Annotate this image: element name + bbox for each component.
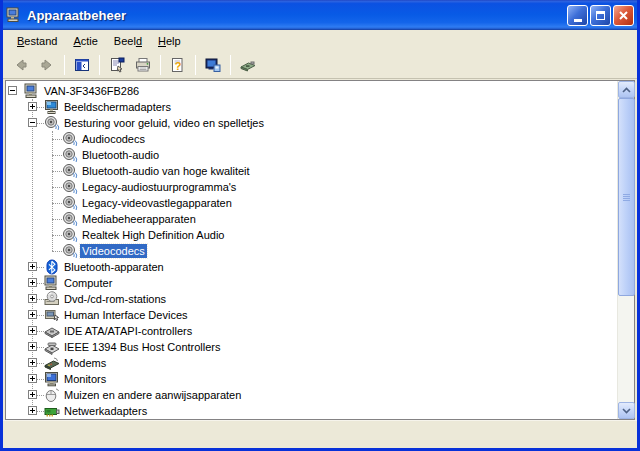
back-button[interactable]: [9, 54, 33, 77]
tree-item-audiocodecs[interactable]: Audiocodecs: [6, 131, 617, 147]
tree-item-label[interactable]: Videocodecs: [80, 244, 147, 258]
scroll-up-button[interactable]: [618, 81, 635, 98]
tree-item-dvd-cd-rom-stations[interactable]: Dvd-/cd-rom-stations: [6, 291, 617, 307]
tree-item-label[interactable]: Computer: [62, 276, 114, 290]
tree-item-label[interactable]: IDE ATA/ATAPI-controllers: [62, 324, 194, 338]
tree-item-label[interactable]: Beeldschermadapters: [62, 100, 173, 114]
tree-connector-line: [52, 235, 62, 236]
tree-item-netwerkadapters[interactable]: Netwerkadapters: [6, 403, 617, 419]
speaker-icon: [62, 195, 78, 211]
menu-bestand[interactable]: Bestand: [9, 32, 65, 50]
tree-item-legacy-audiostuurprogramma-s[interactable]: Legacy-audiostuurprogramma's: [6, 179, 617, 195]
expand-expander[interactable]: [28, 358, 37, 367]
tree-item-monitors[interactable]: Monitors: [6, 371, 617, 387]
update-driver-button[interactable]: [201, 54, 225, 77]
help-button[interactable]: ?: [166, 54, 190, 77]
tree-item-label[interactable]: Bluetooth-audio van hoge kwaliteit: [80, 164, 252, 178]
tree-item-label[interactable]: Audiocodecs: [80, 132, 147, 146]
tree-item-label[interactable]: Modems: [62, 356, 108, 370]
tree-item-label[interactable]: VAN-3F3436FB286: [42, 84, 141, 98]
tree-item-label[interactable]: Mediabeheerapparaten: [80, 212, 198, 226]
properties-button[interactable]: [105, 54, 129, 77]
scroll-down-button[interactable]: [618, 402, 635, 419]
tree-item-bluetooth-audio[interactable]: Bluetooth-audio: [6, 147, 617, 163]
maximize-button[interactable]: [590, 5, 611, 26]
tree-item-label[interactable]: Besturing voor geluid, video en spelletj…: [62, 116, 266, 130]
tree-item-label[interactable]: Human Interface Devices: [62, 308, 190, 322]
speaker-icon: [62, 179, 78, 195]
tree-item-beeldschermadapters[interactable]: Beeldschermadapters: [6, 99, 617, 115]
window-title: Apparaatbeheer: [27, 8, 567, 23]
tree-item-muizen-en-andere-aanwijsapparaten[interactable]: Muizen en andere aanwijsapparaten: [6, 387, 617, 403]
computer-icon: [24, 83, 40, 99]
minimize-icon: [574, 19, 582, 22]
tree-item-label[interactable]: Monitors: [62, 372, 108, 386]
tree-item-label[interactable]: Bluetooth-apparaten: [62, 260, 166, 274]
print-button[interactable]: [131, 54, 155, 77]
maximize-icon: [596, 11, 605, 20]
tree-item-label[interactable]: Netwerkadapters: [62, 404, 149, 418]
menu-beeld[interactable]: Beeld: [106, 32, 150, 50]
collapse-expander[interactable]: [28, 118, 37, 127]
expand-expander[interactable]: [28, 278, 37, 287]
tree-item-label[interactable]: IEEE 1394 Bus Host Controllers: [62, 340, 223, 354]
speaker-icon: [62, 147, 78, 163]
content-area: VAN-3F3436FB286BeeldschermadaptersBestur…: [5, 80, 635, 420]
tree-item-label[interactable]: Legacy-videovastlegapparaten: [80, 196, 234, 210]
scan-hardware-icon: [240, 57, 256, 73]
tree-item-label[interactable]: Dvd-/cd-rom-stations: [62, 292, 168, 306]
scan-hardware-button[interactable]: [236, 54, 260, 77]
tree-item-mediabeheerapparaten[interactable]: Mediabeheerapparaten: [6, 211, 617, 227]
expand-expander[interactable]: [28, 390, 37, 399]
forward-icon: [39, 57, 55, 73]
expand-expander[interactable]: [28, 262, 37, 271]
collapse-expander[interactable]: [8, 86, 17, 95]
tree-item-legacy-videovastlegapparaten[interactable]: Legacy-videovastlegapparaten: [6, 195, 617, 211]
tree-item-modems[interactable]: Modems: [6, 355, 617, 371]
tree-item-bluetooth-audio-van-hoge-kwaliteit[interactable]: Bluetooth-audio van hoge kwaliteit: [6, 163, 617, 179]
show-console-tree-button[interactable]: [70, 54, 94, 77]
expand-expander[interactable]: [28, 326, 37, 335]
tree-item-van-3f3436fb286[interactable]: VAN-3F3436FB286: [6, 83, 617, 99]
forward-button[interactable]: [35, 54, 59, 77]
bluetooth-icon: [44, 259, 60, 275]
tree-item-besturing-voor-geluid-video-en-spelletjes[interactable]: Besturing voor geluid, video en spelletj…: [6, 115, 617, 131]
update-driver-icon: [205, 57, 221, 73]
close-button[interactable]: [613, 5, 634, 26]
tree-item-label[interactable]: Realtek High Definition Audio: [80, 228, 226, 242]
tree-item-human-interface-devices[interactable]: Human Interface Devices: [6, 307, 617, 323]
tree-item-videocodecs[interactable]: Videocodecs: [6, 243, 617, 259]
menu-help[interactable]: Help: [150, 32, 189, 50]
tree-item-ide-ata-atapi-controllers[interactable]: IDE ATA/ATAPI-controllers: [6, 323, 617, 339]
network-adapter-icon: [44, 403, 60, 419]
chevron-down-icon: [622, 408, 631, 414]
speaker-icon: [62, 227, 78, 243]
expand-expander[interactable]: [28, 374, 37, 383]
expand-expander[interactable]: [28, 294, 37, 303]
device-manager-computer-icon: [6, 7, 22, 23]
menubar: BestandActieBeeldHelp: [3, 30, 637, 52]
speaker-icon: [62, 243, 78, 259]
ieee1394-icon: [44, 339, 60, 355]
expand-expander[interactable]: [28, 102, 37, 111]
tree-item-label[interactable]: Legacy-audiostuurprogramma's: [80, 180, 238, 194]
menu-actie[interactable]: Actie: [65, 32, 105, 50]
tree-item-realtek-high-definition-audio[interactable]: Realtek High Definition Audio: [6, 227, 617, 243]
tree-item-ieee-1394-bus-host-controllers[interactable]: IEEE 1394 Bus Host Controllers: [6, 339, 617, 355]
tree-item-bluetooth-apparaten[interactable]: Bluetooth-apparaten: [6, 259, 617, 275]
tree-item-computer[interactable]: Computer: [6, 275, 617, 291]
expand-expander[interactable]: [28, 342, 37, 351]
vertical-scrollbar[interactable]: [617, 81, 634, 419]
display-adapter-icon: [44, 99, 60, 115]
tree-item-label[interactable]: Muizen en andere aanwijsapparaten: [62, 388, 243, 402]
tree-item-label[interactable]: Bluetooth-audio: [80, 148, 161, 162]
scrollbar-thumb[interactable]: [618, 98, 635, 296]
tree-connector-line: [52, 219, 62, 220]
titlebar[interactable]: Apparaatbeheer: [0, 0, 640, 30]
speaker-icon: [62, 211, 78, 227]
modem-icon: [44, 355, 60, 371]
expand-expander[interactable]: [28, 310, 37, 319]
expand-expander[interactable]: [28, 406, 37, 415]
show-console-tree-icon: [74, 57, 90, 73]
minimize-button[interactable]: [567, 5, 588, 26]
